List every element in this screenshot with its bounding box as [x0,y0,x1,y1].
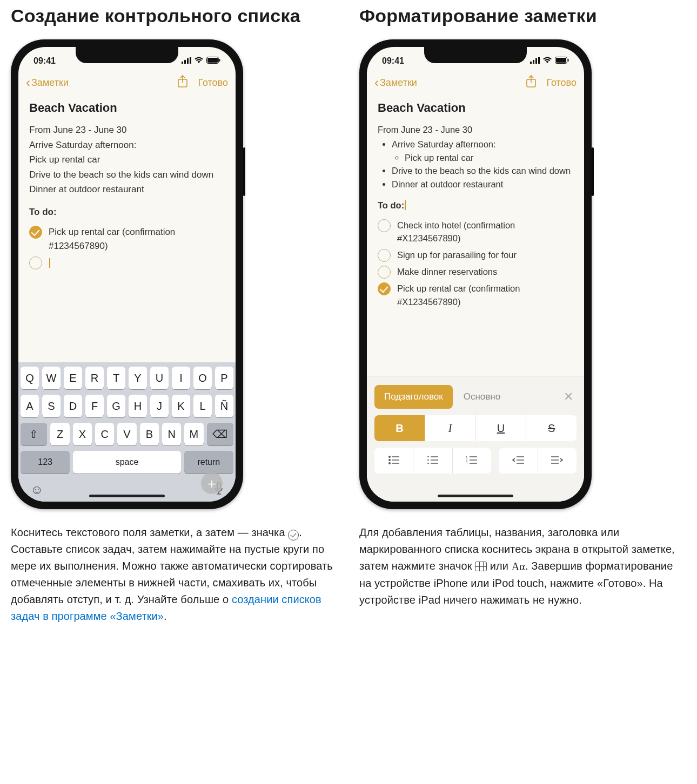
checklist-text [49,256,225,270]
strikethrough-button[interactable]: S [526,415,577,441]
key-d[interactable]: D [64,395,82,417]
nav-back-label: Заметки [380,77,417,89]
key-b[interactable]: B [140,423,159,445]
note-line: Drive to the beach so the kids can wind … [29,168,225,182]
checklist-item[interactable]: Check into hotel (confirmation #X1234567… [378,219,573,246]
numbered-list-button[interactable]: 123 [452,448,491,474]
share-icon[interactable] [177,75,188,91]
svg-rect-15 [568,59,569,62]
key-c[interactable]: C [95,423,114,445]
svg-text:3: 3 [466,462,468,464]
key-k[interactable]: K [172,395,190,417]
signal-icon [182,56,191,66]
key-backspace[interactable]: ⌫ [207,423,233,445]
checklist-text: Check into hotel (confirmation #X1234567… [397,219,573,246]
key-y[interactable]: Y [129,367,147,389]
key-space[interactable]: space [73,451,180,474]
key-j[interactable]: J [150,395,169,417]
note-line: Dinner at outdoor restaurant [29,183,225,197]
nav-back-button[interactable]: ‹ Заметки [374,76,417,89]
key-s[interactable]: S [42,395,61,417]
key-h[interactable]: H [129,395,147,417]
bullet-list-button[interactable] [374,448,413,474]
home-indicator[interactable] [438,495,513,497]
key-shift[interactable]: ⇧ [21,423,47,445]
key-i[interactable]: I [172,367,190,389]
key-a[interactable]: A [21,395,39,417]
dash-list-icon [427,455,438,467]
wifi-icon [542,56,552,66]
checklist-item[interactable] [29,256,225,270]
checklist-item[interactable]: Pick up rental car (confirmation #X12345… [378,282,573,309]
caption-text: . [164,610,167,622]
italic-button[interactable]: I [425,415,475,441]
key-x[interactable]: X [73,423,92,445]
key-f[interactable]: F [85,395,104,417]
key-return[interactable]: return [184,451,233,474]
check-circle-icon[interactable] [378,266,391,279]
key-o[interactable]: O [193,367,212,389]
key-t[interactable]: T [107,367,125,389]
key-enye[interactable]: Ñ [215,395,233,417]
indent-icon [551,455,563,467]
note-body[interactable]: Beach Vacation From June 23 - June 30 Ar… [367,94,584,376]
svg-rect-2 [187,58,189,64]
format-subheading-button[interactable]: Подзаголовок [374,385,453,409]
check-circle-icon[interactable] [378,249,391,262]
key-e[interactable]: E [64,367,82,389]
svg-rect-11 [535,58,537,64]
check-circle-icon[interactable] [378,219,391,232]
numbered-list-icon: 123 [466,455,477,467]
note-title: Beach Vacation [378,99,573,117]
nav-back-button[interactable]: ‹ Заметки [26,76,69,89]
key-p[interactable]: P [215,367,233,389]
svg-rect-5 [207,58,218,63]
key-q[interactable]: Q [21,367,39,389]
key-g[interactable]: G [107,395,125,417]
note-body[interactable]: Beach Vacation From June 23 - June 30 Ar… [18,94,236,362]
underline-button[interactable]: U [475,415,526,441]
svg-rect-12 [538,57,540,64]
svg-rect-10 [533,60,534,64]
nav-done-button[interactable]: Готово [546,77,577,89]
check-circle-icon[interactable] [29,256,42,269]
indent-button[interactable] [538,448,577,474]
key-v[interactable]: V [117,423,136,445]
aa-inline-icon: Aα [512,560,525,572]
share-icon[interactable] [526,75,537,91]
key-u[interactable]: U [150,367,169,389]
key-123[interactable]: 123 [21,451,70,474]
key-w[interactable]: W [42,367,61,389]
key-r[interactable]: R [85,367,104,389]
note-title: Beach Vacation [29,99,225,117]
format-body-button[interactable]: Основно [457,391,556,402]
key-l[interactable]: L [193,395,212,417]
check-circle-checked-icon[interactable] [378,282,391,295]
dash-list-button[interactable] [413,448,452,474]
key-z[interactable]: Z [50,423,69,445]
check-circle-checked-icon[interactable] [29,226,42,239]
key-m[interactable]: M [184,423,203,445]
bold-button[interactable]: B [374,415,425,441]
checklist-item[interactable]: Make dinner reservations [378,265,573,279]
key-n[interactable]: N [162,423,181,445]
bullet-item: Drive to the beach so the kids can wind … [392,164,573,178]
format-close-button[interactable]: ✕ [560,390,577,404]
signal-icon [530,56,540,66]
svg-point-17 [388,456,390,457]
note-line: Arrive Saturday afternoon: [29,138,225,152]
nav-back-label: Заметки [31,77,69,89]
table-inline-icon [475,562,487,571]
nav-done-button[interactable]: Готово [198,77,228,89]
iphone-frame-right: 09:41 ‹ Заметки [359,39,592,509]
caption-right: Для добавления таблицы, названия, заголо… [359,524,686,609]
checklist-item[interactable]: Sign up for parasailing for four [378,248,573,262]
outdent-icon [512,455,524,467]
outdent-button[interactable] [499,448,538,474]
checklist-text: Make dinner reservations [397,265,573,279]
note-line: From June 23 - June 30 [29,123,225,137]
emoji-icon[interactable]: ☺ [30,482,44,498]
home-indicator[interactable] [89,495,165,497]
checklist-item[interactable]: Pick up rental car (confirmation #123456… [29,225,225,253]
text-cursor [49,258,50,268]
